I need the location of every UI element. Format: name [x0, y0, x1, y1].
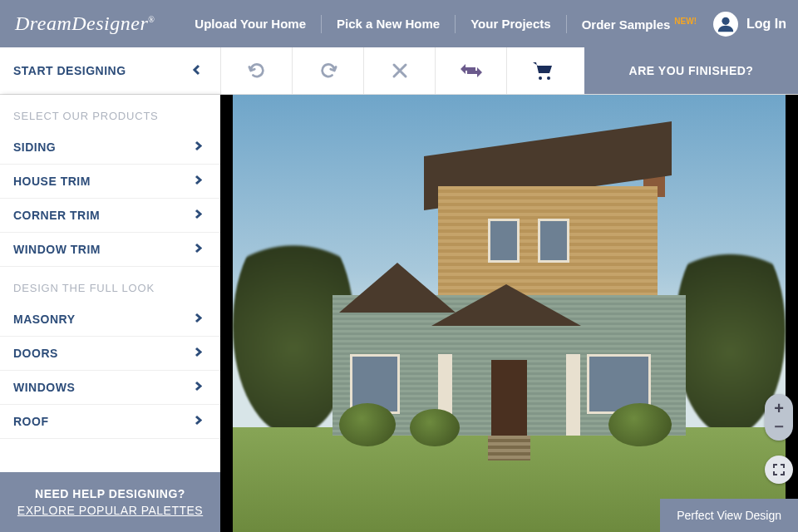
logo-part1: Dream [15, 12, 71, 34]
main-area: SELECT OUR PRODUCTS SIDING HOUSE TRIM CO… [0, 95, 798, 532]
swap-button[interactable] [435, 47, 506, 94]
svg-point-1 [539, 76, 542, 80]
house [332, 165, 687, 436]
chevron-right-icon [195, 381, 202, 394]
nav-pick-home[interactable]: Pick a New Home [322, 17, 455, 31]
nav-order-samples-label: Order Samples [582, 17, 671, 32]
sidebar-item-masonry[interactable]: MASONRY [0, 303, 220, 337]
window-upper-2 [538, 219, 569, 262]
bush [608, 403, 672, 446]
chevron-left-icon [192, 64, 200, 78]
logo[interactable]: DreamDesigner® [15, 12, 155, 35]
toolbar-row: START DESIGNING ARE YOU FINISHED? [0, 47, 798, 95]
porch-roof [431, 284, 587, 333]
expand-icon [772, 463, 786, 476]
finished-button[interactable]: ARE YOU FINISHED? [584, 47, 798, 94]
cart-icon [532, 61, 554, 81]
registered-mark: ® [148, 15, 155, 24]
fullscreen-button[interactable] [765, 456, 793, 484]
chevron-right-icon [195, 209, 202, 222]
pillar-2 [566, 354, 580, 436]
zoom-control: + − [765, 394, 793, 441]
login-link[interactable]: Log In [746, 17, 786, 32]
new-badge: NEW! [674, 17, 697, 26]
bush [410, 409, 460, 447]
sidebar-item-label: SIDING [13, 140, 56, 154]
swap-icon [461, 62, 482, 79]
chevron-right-icon [195, 415, 202, 428]
start-designing-label: START DESIGNING [13, 64, 126, 77]
section-title-full-look: DESIGN THE FULL LOOK [0, 267, 220, 303]
user-area: Log In [713, 12, 786, 37]
perfect-view-button[interactable]: Perfect View Design [660, 499, 798, 532]
sidebar-item-label: DOORS [13, 347, 58, 360]
zoom-in-button[interactable]: + [774, 399, 784, 417]
svg-point-0 [722, 17, 729, 24]
sidebar-item-label: WINDOWS [13, 381, 75, 394]
front-steps [488, 436, 530, 460]
undo-button[interactable] [220, 47, 292, 94]
chevron-right-icon [195, 347, 202, 360]
avatar-icon[interactable] [713, 12, 738, 37]
sidebar-item-house-trim[interactable]: HOUSE TRIM [0, 165, 220, 199]
front-door [491, 360, 527, 436]
nav-order-samples[interactable]: Order SamplesNEW! [567, 17, 712, 32]
window-upper-1 [488, 219, 520, 262]
chevron-right-icon [195, 243, 202, 256]
cart-button[interactable] [506, 47, 578, 94]
help-box: NEED HELP DESIGNING? EXPLORE POPULAR PAL… [0, 472, 220, 532]
logo-part2: Designer [71, 12, 148, 34]
chevron-right-icon [195, 175, 202, 188]
sidebar-item-label: MASONRY [13, 313, 76, 326]
nav-upload-home[interactable]: Upload Your Home [180, 17, 321, 31]
sidebar-item-window-trim[interactable]: WINDOW TRIM [0, 233, 220, 267]
zoom-out-button[interactable]: − [774, 417, 784, 436]
redo-icon [319, 62, 337, 80]
toolbar: ARE YOU FINISHED? [220, 47, 798, 94]
main-nav: Upload Your Home Pick a New Home Your Pr… [180, 15, 713, 33]
design-canvas[interactable]: + − Perfect View Design [220, 95, 798, 532]
sidebar-item-label: WINDOW TRIM [13, 243, 101, 256]
svg-point-2 [547, 76, 550, 80]
sidebar-item-label: CORNER TRIM [13, 209, 100, 222]
header: DreamDesigner® Upload Your Home Pick a N… [0, 0, 798, 47]
sidebar-item-corner-trim[interactable]: CORNER TRIM [0, 199, 220, 233]
sidebar-item-label: HOUSE TRIM [13, 175, 91, 188]
sidebar-item-windows[interactable]: WINDOWS [0, 371, 220, 405]
section-title-products: SELECT OUR PRODUCTS [0, 95, 220, 131]
nav-your-projects[interactable]: Your Projects [456, 17, 565, 31]
house-scene [233, 95, 786, 532]
chevron-right-icon [195, 313, 202, 326]
sidebar-item-label: ROOF [13, 415, 48, 428]
sidebar: SELECT OUR PRODUCTS SIDING HOUSE TRIM CO… [0, 95, 220, 532]
close-icon [392, 62, 408, 79]
sidebar-item-doors[interactable]: DOORS [0, 337, 220, 371]
start-designing-header[interactable]: START DESIGNING [0, 47, 220, 94]
redo-button[interactable] [292, 47, 363, 94]
help-title: NEED HELP DESIGNING? [8, 487, 212, 500]
undo-icon [248, 62, 266, 80]
sidebar-item-siding[interactable]: SIDING [0, 131, 220, 165]
help-palettes-link[interactable]: EXPLORE POPULAR PALETTES [8, 504, 212, 517]
sidebar-item-roof[interactable]: ROOF [0, 405, 220, 439]
chevron-right-icon [195, 140, 202, 154]
close-button[interactable] [363, 47, 435, 94]
